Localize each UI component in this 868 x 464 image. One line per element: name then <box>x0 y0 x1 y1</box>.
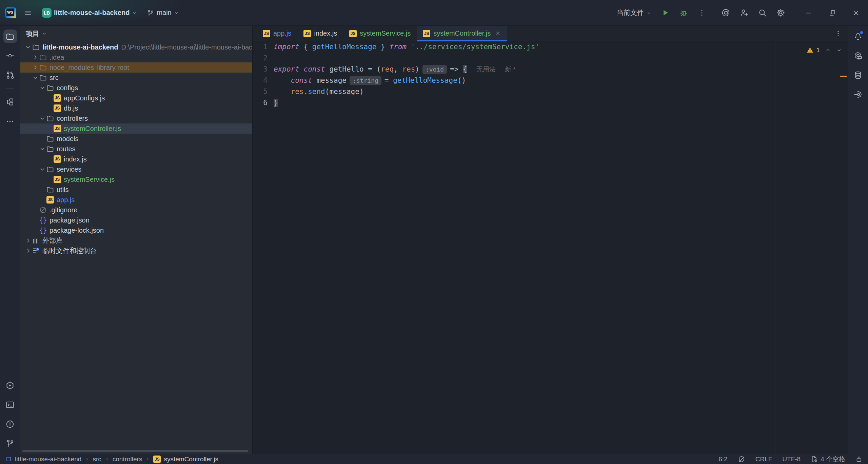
tree-item-models[interactable]: models <box>20 134 252 144</box>
tree-chevron-down-icon[interactable] <box>39 145 46 153</box>
tree-item-systemcontroller-js[interactable]: JSsystemController.js <box>20 123 252 134</box>
tree-item-index-js[interactable]: JSindex.js <box>20 154 252 164</box>
editor-tab-index-js[interactable]: JSindex.js <box>297 26 343 41</box>
code-editor[interactable]: 1 1import { getHelloMessage } from '../s… <box>253 41 848 454</box>
tree-chevron-right-icon[interactable] <box>32 54 39 61</box>
tree-chevron-right-icon[interactable] <box>32 64 39 71</box>
main-menu-button[interactable] <box>20 5 35 20</box>
tree-item-controllers[interactable]: controllers <box>20 113 252 123</box>
tree-item-node-modules[interactable]: node_moduleslibrary root <box>20 62 252 73</box>
breadcrumb-systemcontroller-js[interactable]: systemController.js <box>164 456 218 463</box>
minimize-window-button[interactable] <box>797 0 821 26</box>
search-button[interactable] <box>755 5 770 20</box>
pull-request-tool-button[interactable] <box>3 68 17 82</box>
tree-item-services[interactable]: services <box>20 164 252 174</box>
tree-item-configs[interactable]: configs <box>20 83 252 93</box>
next-problem-chevron-down-icon[interactable] <box>836 47 842 53</box>
editor-tab-systemservice-js[interactable]: JSsystemService.js <box>343 26 417 41</box>
tree-item-gitignore[interactable]: .gitignore <box>20 205 252 215</box>
chevron-down-icon <box>42 31 47 36</box>
tree-item-systemservice-js[interactable]: JSsystemService.js <box>20 174 252 185</box>
add-user-button[interactable] <box>736 5 751 20</box>
line-number[interactable]: 1 <box>253 41 272 53</box>
tree-item-app-js[interactable]: JSapp.js <box>20 195 252 205</box>
tree-chevron-spacer <box>32 227 39 234</box>
ai-assistant-tool-button[interactable] <box>851 49 865 62</box>
line-number[interactable]: 5 <box>253 86 272 97</box>
breadcrumbs: little-mouse-ai-backendsrccontrollersJSs… <box>5 456 218 463</box>
write-access-lock[interactable] <box>855 456 863 463</box>
module-icon <box>5 456 12 462</box>
line-separator[interactable]: CRLF <box>755 456 772 463</box>
code-vision-hint[interactable]: 新 * <box>505 66 516 73</box>
tree-chevron-right-icon[interactable] <box>24 247 32 254</box>
horizontal-scrollbar[interactable] <box>22 450 248 452</box>
run-button[interactable] <box>658 5 673 20</box>
git-tool-button[interactable] <box>3 437 17 450</box>
project-panel-header[interactable]: 项目 <box>20 26 252 41</box>
notifications-tool-button[interactable] <box>851 30 865 43</box>
line-number[interactable]: 4 <box>253 75 272 86</box>
restore-window-button[interactable] <box>821 0 844 26</box>
tab-close-icon[interactable] <box>495 31 501 36</box>
tree-item-utils[interactable]: utils <box>20 185 252 195</box>
tree-chevron-right-icon[interactable] <box>24 237 32 244</box>
settings-button[interactable] <box>773 5 788 20</box>
database-tool-button[interactable] <box>851 68 865 82</box>
run-tool-button[interactable] <box>3 379 17 392</box>
tree-item-little-mouse-ai-backend[interactable]: little-mouse-ai-backendD:\Project\little… <box>20 42 252 52</box>
close-window-button[interactable] <box>844 0 868 26</box>
more-tool-button[interactable] <box>3 114 17 128</box>
project-folder-icon <box>5 32 15 41</box>
tree-item-routes[interactable]: routes <box>20 144 252 154</box>
tree-item-外部库[interactable]: 外部库 <box>20 235 252 246</box>
breadcrumb-src[interactable]: src <box>93 456 101 463</box>
file-encoding[interactable]: UTF-8 <box>782 456 801 463</box>
editor-tab-app-js[interactable]: JSapp.js <box>257 26 297 41</box>
breadcrumb-little-mouse-ai-backend[interactable]: little-mouse-ai-backend <box>15 456 81 463</box>
tree-item-package-json[interactable]: {}package.json <box>20 215 252 225</box>
status-bar: little-mouse-ai-backendsrccontrollersJSs… <box>0 454 868 464</box>
warning-count[interactable]: 1 <box>806 44 820 56</box>
line-number[interactable]: 6 <box>253 97 272 109</box>
debug-button[interactable] <box>676 5 691 20</box>
editor-tab-systemcontroller-js[interactable]: JSsystemController.js <box>417 26 507 41</box>
tree-chevron-down-icon[interactable] <box>39 84 46 92</box>
project-folder-tool-button[interactable] <box>3 30 17 43</box>
tree-item-idea[interactable]: .idea <box>20 52 252 62</box>
run-configuration-selector[interactable]: 当前文件 <box>614 5 654 20</box>
project-widget[interactable]: LB little-mouse-ai-backend <box>39 5 140 20</box>
terminal-tool-button[interactable] <box>3 398 17 411</box>
tree-chevron-down-icon[interactable] <box>39 115 46 122</box>
code-vision-hint[interactable]: 无用法 <box>476 66 496 73</box>
structure-tool-button[interactable] <box>3 95 17 109</box>
tree-item-src[interactable]: src <box>20 73 252 83</box>
tree-item-package-lock-json[interactable]: {}package-lock.json <box>20 225 252 235</box>
previous-problem-chevron-up-icon[interactable] <box>825 47 831 53</box>
commit-tool-button[interactable] <box>3 49 17 62</box>
caret-position[interactable]: 6:2 <box>718 456 727 463</box>
scratches-icon <box>32 247 40 255</box>
more-run-options-button[interactable] <box>694 5 709 20</box>
type-inlay-hint[interactable]: :void <box>422 65 447 74</box>
tree-item-appconfigs-js[interactable]: JSappConfigs.js <box>20 93 252 103</box>
tab-options-kebab-icon[interactable] <box>834 30 842 38</box>
problems-tool-button[interactable] <box>3 417 17 431</box>
line-number[interactable]: 3 <box>253 64 272 75</box>
breadcrumb-controllers[interactable]: controllers <box>113 456 142 463</box>
vcs-branch-widget[interactable]: main <box>144 5 182 20</box>
tree-chevron-down-icon[interactable] <box>24 43 32 51</box>
endpoints-tool-button[interactable] <box>851 88 865 101</box>
tree-item-临时文件和控制台[interactable]: 临时文件和控制台 <box>20 246 252 256</box>
tree-chevron-down-icon[interactable] <box>32 74 39 81</box>
tree-chevron-down-icon[interactable] <box>39 166 46 173</box>
type-inlay-hint[interactable]: :string <box>350 76 381 85</box>
folder-icon <box>46 186 54 194</box>
error-stripe-warning-mark[interactable] <box>840 76 847 77</box>
settings-icon <box>776 8 785 17</box>
indent-style[interactable]: 4 个空格 <box>811 455 845 464</box>
ai-button[interactable] <box>718 5 733 20</box>
line-number[interactable]: 2 <box>253 53 272 64</box>
highlighting-level[interactable] <box>738 456 745 463</box>
tree-item-db-js[interactable]: JSdb.js <box>20 103 252 113</box>
